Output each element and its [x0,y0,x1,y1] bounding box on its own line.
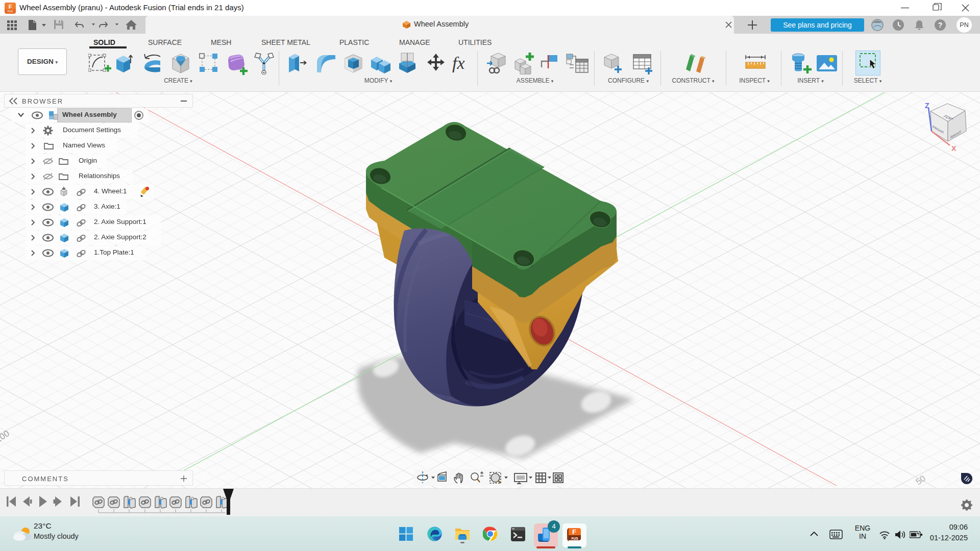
svg-text:100: 100 [0,429,11,445]
svg-text:X: X [951,144,957,153]
svg-text:F: F [572,528,576,536]
svg-text:Z: Z [925,102,929,110]
svg-text:FUS: FUS [572,537,579,540]
svg-text:F: F [9,4,12,10]
svg-text:?: ? [938,21,943,29]
svg-text:fx: fx [452,54,465,72]
svg-text:50: 50 [914,473,927,487]
svg-text:FUS: FUS [8,10,13,13]
